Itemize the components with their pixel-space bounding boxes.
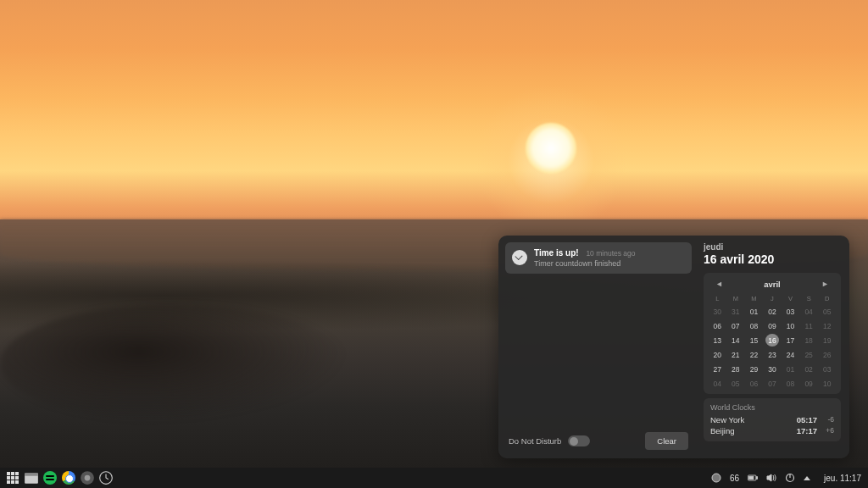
calendar-day[interactable]: 07 [727,319,745,333]
calendar-day[interactable]: 18 [800,334,818,347]
chromium-launcher[interactable] [61,470,76,485]
volume-icon[interactable] [766,473,776,483]
notifications-column: Time is up! 10 minutes ago Timer countdo… [498,236,698,458]
calendar-next-button[interactable]: ► [818,278,832,290]
calendar-dow-header: S [800,293,818,304]
calendar-day[interactable]: 29 [745,363,763,376]
svg-rect-8 [749,476,754,479]
wallpaper-sky [0,0,868,244]
calendar-day[interactable]: 17 [782,334,799,347]
calendar-day[interactable]: 20 [709,348,726,362]
calendar-dow-header: L [709,293,726,304]
world-clock-row: New York05:17-6 [710,414,834,425]
world-clock-city: Beijing [710,426,788,435]
notification-description: Timer countdown finished [534,259,685,268]
calendar-dow-header: M [727,293,745,304]
taskbar-datetime[interactable]: jeu. 11:17 [824,474,861,483]
world-clocks-box[interactable]: World Clocks New York05:17-6Beijing17:17… [704,398,841,441]
battery-percent[interactable]: 66 [730,474,739,483]
calendar-day[interactable]: 07 [764,377,782,391]
files-launcher[interactable] [24,470,39,485]
apps-grid-icon [7,472,19,484]
calendar-notification-popup: Time is up! 10 minutes ago Timer countdo… [498,236,849,458]
calendar-weekday: jeudi [704,242,841,252]
calendar-grid-box: ◄ avril ► LMMJVSD30310102030405060708091… [704,273,841,394]
applications-button[interactable] [5,470,20,485]
world-clock-row: Beijing17:17+6 [710,425,834,436]
calendar-day[interactable]: 12 [818,319,836,333]
calendar-dow-header: J [764,293,782,304]
calendar-day[interactable]: 11 [800,319,818,333]
calendar-day[interactable]: 06 [745,377,763,391]
calendar-day[interactable]: 01 [745,305,763,319]
calendar-day[interactable]: 04 [800,305,818,319]
svg-rect-1 [25,473,38,475]
calendar-day[interactable]: 05 [727,377,745,391]
calendar-day[interactable]: 22 [745,348,763,362]
battery-icon[interactable] [748,473,758,483]
tray-app-icon[interactable] [711,473,721,483]
calendar-day[interactable]: 03 [818,363,836,376]
calendar-day[interactable]: 14 [727,334,745,347]
calendar-day[interactable]: 27 [709,363,726,376]
power-icon[interactable] [785,473,795,483]
calendar-day[interactable]: 09 [800,377,818,391]
calendar-day[interactable]: 31 [727,305,745,319]
taskbar: 66 jeu. 11:17 [0,468,868,488]
calendar-grid: LMMJVSD303101020304050607080910111213141… [709,293,836,391]
world-clock-time: 17:17 [788,426,817,435]
calendar-day[interactable]: 02 [764,305,782,319]
chromium-icon [62,471,75,485]
calendar-prev-button[interactable]: ◄ [712,278,726,290]
calendar-day[interactable]: 15 [745,334,763,347]
calendar-day[interactable]: 24 [782,348,799,362]
world-clocks-title: World Clocks [710,403,834,412]
calendar-day[interactable]: 05 [818,305,836,319]
clock-icon [98,470,114,485]
calendar-day[interactable]: 13 [709,334,726,347]
app-launcher-generic[interactable] [80,470,95,485]
calendar-day[interactable]: 01 [782,363,799,376]
calendar-day[interactable]: 10 [782,319,799,333]
notification-card[interactable]: Time is up! 10 minutes ago Timer countdo… [505,242,692,274]
calendar-day[interactable]: 30 [709,305,726,319]
dnd-label: Do Not Disturb [509,436,561,446]
calendar-day[interactable]: 21 [727,348,745,362]
calendar-dow-header: M [745,293,763,304]
clock-check-icon [512,250,527,265]
calendar-day[interactable]: 28 [727,363,745,376]
tray-expand-icon[interactable] [804,476,810,480]
calendar-day[interactable]: 30 [764,363,782,376]
calendar-column: jeudi 16 avril 2020 ◄ avril ► LMMJVSD303… [698,236,849,458]
world-clock-offset: -6 [817,415,834,424]
world-clock-offset: +6 [817,426,834,435]
calendar-day[interactable]: 09 [764,319,782,333]
notification-timestamp: 10 minutes ago [586,249,635,258]
clear-button[interactable]: Clear [645,432,688,450]
calendar-day[interactable]: 02 [800,363,818,376]
calendar-month-label: avril [764,280,781,289]
world-clock-city: New York [710,415,788,424]
svg-point-3 [85,475,91,481]
calendar-day[interactable]: 03 [782,305,799,319]
dnd-toggle[interactable] [568,435,590,446]
calendar-day[interactable]: 08 [745,319,763,333]
svg-point-5 [712,474,721,482]
calendar-day[interactable]: 06 [709,319,726,333]
calendar-day[interactable]: 26 [818,348,836,362]
calendar-day[interactable]: 04 [709,377,726,391]
calendar-day[interactable]: 25 [800,348,818,362]
spotify-launcher[interactable] [42,470,58,485]
calendar-day-today[interactable]: 16 [765,334,779,347]
calendar-day[interactable]: 19 [818,334,836,347]
notification-title: Time is up! [534,248,579,258]
calendar-dow-header: D [818,293,836,304]
calendar-dow-header: V [782,293,799,304]
calendar-day[interactable]: 23 [764,348,782,362]
clocks-launcher[interactable] [98,470,114,485]
calendar-day[interactable]: 08 [782,377,799,391]
spotify-icon [43,471,57,485]
calendar-day[interactable]: 10 [818,377,836,391]
system-tray: 66 jeu. 11:17 [711,473,863,483]
files-icon [24,470,39,485]
